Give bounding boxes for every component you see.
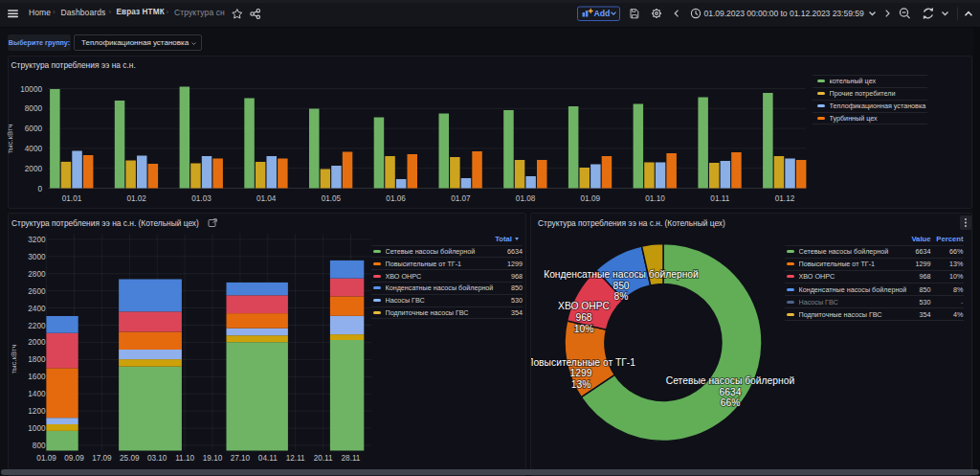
svg-text:04.11: 04.11 <box>258 454 278 463</box>
svg-text:01.06: 01.06 <box>386 194 406 203</box>
svg-text:01.12: 01.12 <box>775 194 795 203</box>
svg-text:850: 850 <box>612 281 629 291</box>
svg-text:1000: 1000 <box>28 424 46 433</box>
svg-text:1200: 1200 <box>28 407 46 416</box>
svg-text:1600: 1600 <box>28 373 46 381</box>
svg-text:Конденсатные насосы бойлерной: Конденсатные насосы бойлерной <box>544 269 699 280</box>
svg-text:2200: 2200 <box>28 322 46 330</box>
svg-text:01.01: 01.01 <box>62 194 82 203</box>
svg-text:19.10: 19.10 <box>203 454 223 463</box>
svg-text:25.09: 25.09 <box>120 454 140 463</box>
svg-text:27.10: 27.10 <box>231 454 251 463</box>
svg-text:1800: 1800 <box>28 355 46 364</box>
svg-text:01.09.2023 00:00:00 to 01.12.2: 01.09.2023 00:00:00 to 01.12.2023 23:59:… <box>704 9 864 18</box>
svg-text:28.11: 28.11 <box>342 454 361 463</box>
svg-text:800: 800 <box>33 442 46 450</box>
svg-text:4000: 4000 <box>25 145 43 153</box>
svg-text:12.11: 12.11 <box>286 454 305 463</box>
svg-text:01.05: 01.05 <box>322 194 342 203</box>
svg-text:Повысительные от ТГ-1: Повысительные от ТГ-1 <box>526 357 635 368</box>
svg-text:10000: 10000 <box>20 85 42 94</box>
svg-text:2600: 2600 <box>28 287 46 296</box>
svg-text:Add: Add <box>594 9 611 18</box>
svg-text:3000: 3000 <box>28 253 46 261</box>
svg-text:2400: 2400 <box>28 305 46 313</box>
svg-text:01.02: 01.02 <box>126 194 146 203</box>
svg-text:968: 968 <box>575 312 591 323</box>
svg-text:10%: 10% <box>574 324 594 334</box>
svg-text:Сетевые насосы бойлерной: Сетевые насосы бойлерной <box>666 375 795 386</box>
svg-text:66%: 66% <box>721 397 741 408</box>
svg-text:01.08: 01.08 <box>516 194 536 203</box>
svg-text:2800: 2800 <box>28 270 46 279</box>
svg-text:2000: 2000 <box>25 165 43 173</box>
svg-text:01.09: 01.09 <box>36 454 56 463</box>
svg-text:01.09: 01.09 <box>581 194 601 203</box>
svg-text:8%: 8% <box>614 291 629 302</box>
svg-text:01.04: 01.04 <box>256 194 277 203</box>
svg-text:20.11: 20.11 <box>314 454 333 463</box>
svg-text:6000: 6000 <box>25 125 43 133</box>
svg-text:01.03: 01.03 <box>191 194 212 203</box>
svg-text:ХВО ОНРС: ХВО ОНРС <box>558 301 610 311</box>
svg-text:3200: 3200 <box>28 236 46 244</box>
svg-text:01.10: 01.10 <box>645 194 665 203</box>
svg-text:09.09: 09.09 <box>64 454 84 463</box>
svg-text:17.09: 17.09 <box>92 454 112 463</box>
svg-text:01.07: 01.07 <box>451 194 471 203</box>
svg-text:6634: 6634 <box>720 387 742 397</box>
svg-text:тыс.кВтч: тыс.кВтч <box>6 124 14 153</box>
svg-text:1400: 1400 <box>28 390 46 398</box>
svg-text:0: 0 <box>37 185 42 193</box>
svg-text:тыс.кВтч: тыс.кВтч <box>10 344 18 374</box>
svg-text:03.10: 03.10 <box>147 454 167 463</box>
svg-text:2000: 2000 <box>28 338 46 347</box>
svg-text:1299: 1299 <box>570 368 592 378</box>
svg-text:01.11: 01.11 <box>710 194 729 203</box>
svg-text:13%: 13% <box>571 379 591 390</box>
svg-text:11.10: 11.10 <box>175 454 194 463</box>
svg-text:8000: 8000 <box>25 104 43 113</box>
